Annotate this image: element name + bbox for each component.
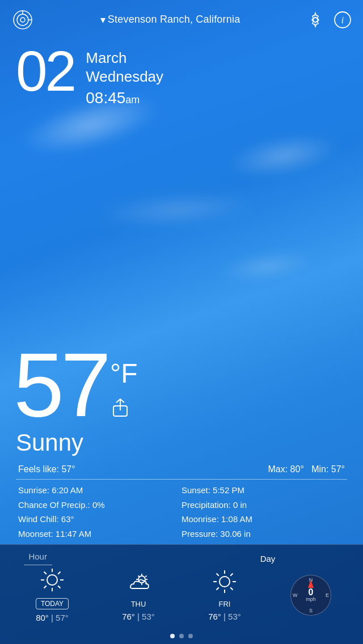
date-details: March Wednesday 08:45am: [86, 43, 163, 107]
sunrise: Sunrise: 6:20 AM: [18, 483, 182, 498]
max-temp: Max: 80°: [268, 464, 303, 474]
svg-line-16: [58, 586, 60, 588]
location-display[interactable]: ▾ Stevenson Ranch, California: [100, 14, 240, 26]
share-button[interactable]: [110, 398, 130, 418]
wind-compass: N S E W 0 mph: [268, 575, 354, 616]
svg-line-34: [230, 573, 233, 575]
svg-point-2: [20, 18, 25, 22]
svg-text:i: i: [341, 15, 344, 25]
temperature-section: 57 °F Sunny Feels like: 57° Max: 80°: [0, 107, 363, 544]
page-dot-1[interactable]: [170, 634, 175, 638]
info-button[interactable]: i: [334, 11, 352, 29]
svg-line-15: [44, 572, 47, 574]
tab-day-label: Day: [260, 554, 276, 564]
compass-needle: [308, 580, 314, 588]
svg-point-10: [47, 575, 57, 585]
sun-icon-fri: [212, 569, 237, 596]
forecast-day-today: TODAY: [36, 598, 69, 609]
details-grid: Sunrise: 6:20 AM Sunset: 5:52 PM Chance …: [16, 480, 347, 544]
max-min: Max: 80° Min: 57°: [268, 464, 345, 474]
min-temp: Min: 57°: [311, 464, 345, 474]
forecast-temp-fri: 76° | 53°: [208, 612, 241, 621]
svg-point-1: [17, 14, 28, 26]
page-dot-2[interactable]: [179, 634, 184, 638]
tab-hour-label: Hour: [28, 552, 47, 561]
compass-east: E: [326, 592, 329, 598]
pressure: Pressure: 30.06 in: [182, 527, 345, 541]
day-number: 02: [16, 43, 74, 99]
current-time: 08:45am: [86, 89, 163, 107]
svg-line-33: [230, 587, 233, 590]
svg-line-24: [138, 575, 140, 577]
svg-point-27: [220, 577, 230, 587]
compass-south: S: [309, 608, 313, 613]
weekday: Wednesday: [86, 68, 163, 86]
page-dot-3[interactable]: [188, 634, 193, 638]
sun-icon-today: [40, 567, 65, 595]
moonrise: Moonrise: 1:08 AM: [182, 512, 345, 527]
forecast-row: TODAY 80° | 57°: [0, 567, 363, 629]
weather-condition: Sunny: [14, 429, 349, 456]
temperature-value: 57: [14, 344, 108, 426]
datetime-section: 02 March Wednesday 08:45am: [0, 37, 363, 107]
month: March: [86, 49, 163, 67]
temperature-row: 57 °F: [14, 344, 349, 426]
compass-dial: N S E W 0 mph: [290, 575, 331, 616]
forecast-day-thu: THU: [131, 600, 146, 608]
location-arrow: ▾: [100, 14, 105, 26]
unit-share-group: °F: [110, 344, 138, 418]
time-value: 08:45: [86, 89, 125, 107]
sunset: Sunset: 5:52 PM: [182, 483, 345, 498]
svg-line-35: [217, 587, 219, 590]
wind-chill: Wind Chill: 63°: [18, 512, 182, 527]
forecast-tabs: Hour Day: [0, 545, 363, 567]
precipitation: Precipitation: 0 in: [182, 498, 345, 512]
forecast-fri[interactable]: FRI 76° | 53°: [182, 569, 268, 621]
svg-line-17: [58, 572, 60, 574]
feels-like-row: Feels like: 57° Max: 80° Min: 57°: [16, 461, 347, 480]
header: ▾ Stevenson Ranch, California i: [0, 0, 363, 37]
forecast-today[interactable]: TODAY 80° | 57°: [9, 567, 95, 622]
moonset: Moonset: 11:47 AM: [18, 527, 182, 541]
precip-chance: Chance Of Precip.: 0%: [18, 498, 182, 512]
tab-hour[interactable]: Hour: [9, 552, 66, 565]
temperature-unit: °F: [110, 358, 138, 389]
settings-button[interactable]: [306, 11, 324, 29]
tab-day[interactable]: Day: [239, 554, 296, 564]
svg-line-26: [145, 575, 146, 577]
svg-point-5: [313, 18, 318, 22]
forecast-temp-today: 80° | 57°: [36, 613, 69, 622]
bottom-bar: Hour Day: [0, 544, 363, 644]
location-name: Stevenson Ranch, California: [108, 14, 240, 26]
compass-west: W: [293, 592, 298, 598]
cloud-sun-icon-thu: [126, 569, 151, 596]
page-indicator: [0, 629, 363, 644]
forecast-thu[interactable]: THU 76° | 53°: [95, 569, 182, 621]
app-logo[interactable]: [11, 9, 34, 31]
feels-like: Feels like: 57°: [18, 464, 75, 474]
wind-speed-unit: mph: [306, 597, 316, 603]
forecast-day-fri: FRI: [219, 600, 231, 608]
time-ampm: am: [125, 94, 140, 105]
header-actions: i: [306, 11, 352, 29]
weather-details: Feels like: 57° Max: 80° Min: 57° Sunris…: [14, 461, 349, 544]
tab-hour-underline: [24, 565, 52, 565]
forecast-temp-thu: 76° | 53°: [122, 612, 155, 621]
svg-line-18: [44, 586, 47, 588]
svg-line-32: [217, 573, 219, 575]
